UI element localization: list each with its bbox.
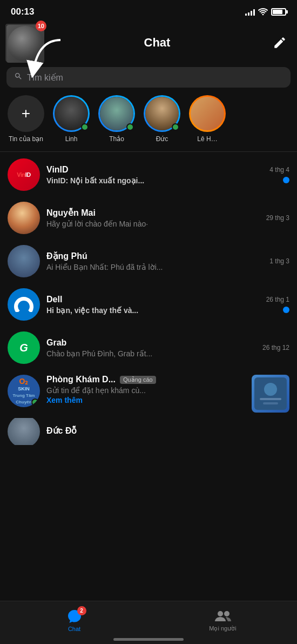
search-placeholder: Tìm kiếm <box>27 72 63 83</box>
chat-content-phu: Đặng Phú Ai Hiểu Bạn Nhất: Phú đã trả lờ… <box>46 251 263 271</box>
chat-item-mai[interactable]: Nguyễn Mai Hãy gửi lời chào đến Mai nào·… <box>0 196 297 240</box>
search-bar[interactable]: Tìm kiếm <box>6 67 291 88</box>
chat-meta-vinid: 4 thg 4 <box>269 166 289 183</box>
chat-item-phongkham[interactable]: O₂ SKIN Trung Tâm Chuyên Phòng Khám D...… <box>0 369 297 418</box>
chat-avatar-grab: G <box>8 331 40 364</box>
story-avatar-duc[interactable] <box>144 95 180 132</box>
nav-label-people: Mọi người <box>209 625 236 632</box>
chat-item-dell[interactable]: Dell Hi bạn, việc thay thế và... 26 thg … <box>0 283 297 326</box>
story-item-lehu[interactable]: Lê H… <box>189 95 226 143</box>
ad-label: Quảng cáo <box>120 376 156 384</box>
story-item-add[interactable]: + Tin của bạn <box>8 95 44 143</box>
ad-content-phongkham: Phòng Khám D... Quảng cáo Gửi tin để đặt… <box>46 375 245 404</box>
chat-badge: 2 <box>77 606 86 615</box>
search-icon <box>14 72 23 83</box>
unread-badge-vinid <box>283 177 289 183</box>
online-indicator-linh <box>81 123 89 131</box>
chat-content-vinid: VinID VinID: Nội bất xuất ngoại... <box>46 165 263 185</box>
story-label-add: Tin của bạn <box>9 135 43 143</box>
ad-link[interactable]: Xem thêm <box>46 396 245 404</box>
svg-point-5 <box>224 611 230 616</box>
svg-point-4 <box>218 611 223 616</box>
chat-time-mai: 29 thg 3 <box>266 214 289 222</box>
chat-preview-dell: Hi bạn, việc thay thế và... <box>46 306 208 315</box>
status-time: 00:13 <box>11 6 34 17</box>
chat-time-phu: 1 thg 3 <box>269 257 289 265</box>
chat-meta-dell: 26 thg 1 <box>266 296 289 313</box>
chat-avatar-ducdo <box>8 418 40 445</box>
story-avatar-linh[interactable] <box>53 95 90 132</box>
chat-item-ducdo[interactable]: Đức Đỗ <box>0 418 297 445</box>
nav-item-people[interactable]: Mọi người <box>148 605 297 632</box>
svg-rect-3 <box>263 402 278 404</box>
chat-list: VinID VinID VinID: Nội bất xuất ngoại...… <box>0 153 297 445</box>
chat-avatar-dell <box>8 288 40 321</box>
story-label-lehu: Lê H… <box>197 135 217 143</box>
chat-preview-grab: Chào bạn Phú Đình, Grab rất... <box>46 349 208 358</box>
chat-time-grab: 26 thg 12 <box>262 344 289 351</box>
chat-preview-phu: Ai Hiểu Bạn Nhất: Phú đã trả lời... <box>46 263 208 271</box>
profile-avatar[interactable]: 10 <box>5 24 43 62</box>
story-item-linh[interactable]: Linh <box>53 95 90 143</box>
chat-time-vinid: 4 thg 4 <box>269 166 289 174</box>
chat-preview-vinid: VinID: Nội bất xuất ngoại... <box>46 176 208 185</box>
online-indicator-thao <box>126 123 134 131</box>
bottom-nav: 2 Chat Mọi người <box>0 601 297 644</box>
signal-icon <box>245 8 255 16</box>
unread-badge-dell <box>283 307 289 313</box>
story-label-thao: Thảo <box>109 135 124 143</box>
chat-name-phu: Đặng Phú <box>46 251 263 261</box>
compose-icon <box>273 36 287 50</box>
page-title: Chat <box>43 36 271 50</box>
chat-preview-mai: Hãy gửi lời chào đến Mai nào· <box>46 220 208 228</box>
add-story-button[interactable]: + <box>8 95 44 132</box>
nav-label-chat: Chat <box>68 626 80 632</box>
story-item-duc[interactable]: Đức <box>144 95 180 143</box>
story-label-duc: Đức <box>156 135 168 143</box>
people-nav-icon <box>215 609 231 623</box>
story-avatar-lehu[interactable] <box>189 95 226 132</box>
svg-rect-2 <box>260 398 281 400</box>
chat-meta-grab: 26 thg 12 <box>262 344 289 351</box>
stories-row: + Tin của bạn Linh Thảo <box>0 95 297 151</box>
ad-name-row: Phòng Khám D... Quảng cáo <box>46 375 245 384</box>
story-item-thao[interactable]: Thảo <box>98 95 135 143</box>
ad-preview: Gửi tin để đặt hẹn khám cù... <box>46 386 245 395</box>
chat-meta-mai: 29 thg 3 <box>266 214 289 222</box>
chat-name-ducdo: Đức Đỗ <box>46 426 289 436</box>
chat-content-grab: Grab Chào bạn Phú Đình, Grab rất... <box>46 338 256 358</box>
chat-name-mai: Nguyễn Mai <box>46 208 260 218</box>
plus-icon: + <box>22 105 30 122</box>
home-indicator <box>113 638 184 641</box>
divider <box>0 151 297 152</box>
chat-avatar-phongkham: O₂ SKIN Trung Tâm Chuyên <box>8 375 40 407</box>
chat-meta-phu: 1 thg 3 <box>269 257 289 265</box>
ad-thumbnail <box>252 375 289 413</box>
chat-name-grab: Grab <box>46 338 256 348</box>
chat-name-dell: Dell <box>46 295 260 304</box>
status-bar: 00:13 <box>0 0 297 22</box>
compose-button[interactable] <box>271 34 288 51</box>
story-label-linh: Linh <box>65 135 78 143</box>
profile-badge: 10 <box>36 21 46 31</box>
story-avatar-thao[interactable] <box>98 95 135 132</box>
chat-time-dell: 26 thg 1 <box>266 296 289 303</box>
online-indicator-duc <box>172 123 179 131</box>
chat-avatar-phu <box>8 245 40 277</box>
battery-icon <box>271 8 286 16</box>
nav-item-chat[interactable]: 2 Chat <box>0 605 148 632</box>
wifi-icon <box>258 8 268 17</box>
online-dot-phongkham <box>31 399 39 406</box>
status-icons <box>245 8 286 17</box>
chat-name-vinid: VinID <box>46 165 263 175</box>
header: 10 Chat <box>0 22 297 67</box>
chat-avatar-mai <box>8 202 40 234</box>
chat-content-mai: Nguyễn Mai Hãy gửi lời chào đến Mai nào· <box>46 208 260 228</box>
chat-item-grab[interactable]: G Grab Chào bạn Phú Đình, Grab rất... 26… <box>0 326 297 369</box>
svg-point-1 <box>264 383 277 396</box>
chat-item-phu[interactable]: Đặng Phú Ai Hiểu Bạn Nhất: Phú đã trả lờ… <box>0 240 297 283</box>
chat-content-dell: Dell Hi bạn, việc thay thế và... <box>46 295 260 315</box>
ad-name: Phòng Khám D... <box>46 375 116 384</box>
chat-content-ducdo: Đức Đỗ <box>46 426 289 437</box>
chat-item-vinid[interactable]: VinID VinID VinID: Nội bất xuất ngoại...… <box>0 153 297 196</box>
